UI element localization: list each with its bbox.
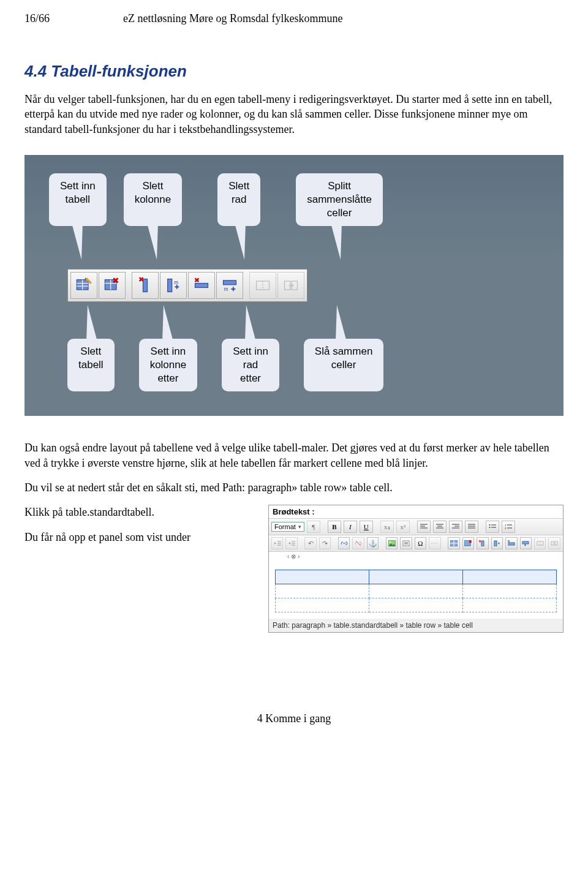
table-cell[interactable] <box>463 570 557 584</box>
svg-point-45 <box>389 541 391 543</box>
label-delete-table: Slett tabell <box>67 339 115 391</box>
row-insert-button[interactable] <box>520 537 532 549</box>
table-cell[interactable] <box>463 584 557 598</box>
label-merge-cells: Slå sammen celler <box>304 339 383 391</box>
svg-rect-11 <box>224 281 236 285</box>
table-cell[interactable] <box>369 584 463 598</box>
list-ol-button[interactable]: 12 <box>502 521 515 533</box>
bold-button[interactable]: B <box>328 521 341 533</box>
split-cells-icon[interactable] <box>249 272 276 299</box>
align-left-button[interactable] <box>417 521 431 533</box>
svg-point-29 <box>489 524 490 526</box>
label-delete-row: Slett rad <box>217 173 260 226</box>
svg-text:2: 2 <box>505 527 507 530</box>
table-insert-button[interactable] <box>448 537 459 549</box>
outdent-button[interactable] <box>271 537 283 549</box>
merge-cells-icon[interactable] <box>277 272 304 299</box>
redo-button[interactable]: ↷ <box>319 537 331 549</box>
sample-table[interactable] <box>275 570 557 612</box>
split-cell-button[interactable] <box>534 537 546 549</box>
editor-title: Brødtekst : <box>269 505 563 519</box>
table-cell[interactable] <box>276 584 369 598</box>
svg-line-43 <box>356 541 361 546</box>
merge-cell-button[interactable] <box>548 537 560 549</box>
svg-point-31 <box>489 527 490 528</box>
table-cell[interactable] <box>463 598 557 612</box>
table-cell[interactable] <box>276 570 369 584</box>
italic-button[interactable]: I <box>344 521 357 533</box>
table-handles: ‹ ⊗ › <box>269 552 563 564</box>
anchor-button[interactable]: ⚓ <box>367 537 379 549</box>
table-toolbar: m m <box>67 269 307 302</box>
indent-button[interactable] <box>285 537 297 549</box>
label-delete-column: Slett kolonne <box>124 173 183 226</box>
insert-row-after-icon[interactable]: m <box>216 272 243 299</box>
table-cell[interactable] <box>276 598 369 612</box>
delete-table-icon[interactable] <box>99 272 126 299</box>
label-insert-column-after: Sett inn kolonne etter <box>139 339 198 391</box>
unlink-button[interactable] <box>352 537 364 549</box>
subscript-button[interactable]: x₂ <box>380 521 394 533</box>
insert-column-after-icon[interactable]: m <box>160 272 187 299</box>
delete-row-icon[interactable] <box>188 272 215 299</box>
paragraph-layout: Du kan også endre layout på tabellene ve… <box>24 440 564 470</box>
toolbar-callout-diagram: Sett inn tabell Slett kolonne Slett rad … <box>24 155 564 417</box>
format-dropdown[interactable]: Format <box>271 522 304 532</box>
svg-text:m: m <box>174 280 178 285</box>
footer-chapter: 4 Komme i gang <box>24 712 564 725</box>
insert-table-icon[interactable] <box>70 272 97 299</box>
pilcrow-icon[interactable]: ¶ <box>307 521 320 533</box>
label-split-merged-cells: Splitt sammenslåtte celler <box>296 173 383 226</box>
underline-button[interactable]: U <box>360 521 373 533</box>
editor-panel-screenshot: Brødtekst : Format ¶ B I U x₂ x² <box>268 505 564 633</box>
table-cell[interactable] <box>369 570 463 584</box>
section-heading: 4.4 Tabell-funksjonen <box>24 62 564 81</box>
delete-column-icon[interactable] <box>132 272 159 299</box>
svg-rect-7 <box>143 279 148 292</box>
object-button[interactable] <box>400 537 412 549</box>
label-insert-table: Sett inn tabell <box>49 173 107 226</box>
svg-rect-53 <box>481 541 484 546</box>
image-button[interactable] <box>386 537 398 549</box>
pagebreak-button[interactable] <box>429 537 440 549</box>
undo-button[interactable]: ↶ <box>304 537 316 549</box>
svg-rect-8 <box>168 279 172 292</box>
page-indicator: 16/66 <box>24 12 50 25</box>
list-ul-button[interactable] <box>486 521 499 533</box>
link-button[interactable] <box>338 537 350 549</box>
svg-rect-47 <box>404 542 408 545</box>
align-center-button[interactable] <box>433 521 447 533</box>
col-insert-button[interactable] <box>491 537 503 549</box>
table-delete-button[interactable] <box>462 537 474 549</box>
paragraph-intro: Når du velger tabell-funksjonen, har du … <box>24 92 564 137</box>
col-delete-button[interactable] <box>477 537 488 549</box>
label-insert-row-after: Sett inn rad etter <box>222 339 279 391</box>
doc-title: eZ nettløsning Møre og Romsdal fylkeskom… <box>123 12 342 25</box>
svg-rect-59 <box>551 541 554 545</box>
editor-path[interactable]: Path: paragraph » table.standardtabell »… <box>269 619 563 632</box>
row-delete-button[interactable] <box>505 537 517 549</box>
svg-rect-55 <box>508 543 514 545</box>
table-cell[interactable] <box>369 598 463 612</box>
align-justify-button[interactable] <box>465 521 478 533</box>
superscript-button[interactable]: x² <box>396 521 410 533</box>
svg-text:m: m <box>224 287 228 293</box>
special-char-button[interactable]: Ω <box>415 537 426 549</box>
svg-rect-10 <box>195 284 208 288</box>
svg-rect-56 <box>522 541 529 544</box>
align-right-button[interactable] <box>449 521 462 533</box>
svg-rect-60 <box>555 541 557 545</box>
svg-rect-54 <box>494 541 497 546</box>
paragraph-path: Du vil se at nedert står det en såkalt s… <box>24 480 564 495</box>
